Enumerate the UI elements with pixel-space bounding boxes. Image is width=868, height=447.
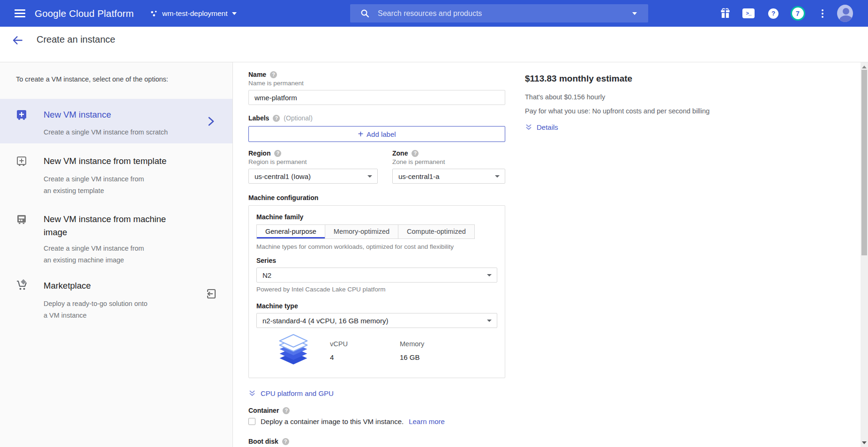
chevron-down-icon	[487, 320, 492, 322]
machine-family-tabs: General-purpose Memory-optimized Compute…	[256, 224, 497, 239]
help-icon[interactable]: ?	[765, 0, 781, 27]
back-arrow-icon[interactable]	[11, 34, 24, 47]
chevron-down-icon	[495, 175, 500, 178]
create-options-panel: To create a VM instance, select one of t…	[0, 62, 233, 447]
series-caption: Powered by Intel Cascade Lake CPU platfo…	[256, 286, 497, 293]
option-title: Marketplace	[44, 279, 188, 292]
project-name: wm-test-deployment	[162, 9, 228, 18]
scrollbar-thumb[interactable]	[861, 70, 867, 255]
scroll-up-arrow[interactable]	[862, 66, 867, 68]
machine-configuration-title: Machine configuration	[248, 194, 505, 201]
option-title: New VM instance from template	[44, 155, 188, 168]
layers-icon	[273, 334, 314, 366]
page-title: Create an instance	[37, 34, 115, 45]
memory-summary: Memory 16 GB	[400, 334, 424, 361]
chevron-down-icon	[232, 12, 237, 15]
search-bar[interactable]	[350, 4, 648, 22]
container-label-row: Container ?	[248, 407, 505, 415]
chevron-down-icon	[367, 175, 372, 178]
boot-disk-label-row: Boot disk ?	[248, 438, 505, 446]
series-select[interactable]: N2	[256, 268, 497, 283]
series-label: Series	[256, 257, 497, 265]
notification-count: 7	[791, 6, 805, 21]
vcpu-summary: vCPU 4	[330, 334, 400, 361]
name-label-row: Name ?	[248, 71, 505, 79]
machine-summary: vCPU 4 Memory 16 GB	[256, 334, 497, 366]
gcp-logo[interactable]: Google Cloud Platform	[35, 0, 134, 27]
scroll-down-arrow[interactable]	[862, 441, 867, 444]
option-subtitle: Create a single VM instance from an exis…	[44, 173, 205, 197]
option-subtitle: Deploy a ready-to-go solution onto a VM …	[44, 298, 205, 321]
region-select[interactable]: us-central1 (Iowa)	[248, 169, 378, 184]
deploy-container-checkbox[interactable]	[248, 418, 255, 425]
name-input[interactable]	[248, 90, 505, 105]
top-app-bar: Google Cloud Platform wm-test-deployment…	[0, 0, 868, 27]
machine-configuration-box: Machine family General-purpose Memory-op…	[248, 205, 505, 378]
tab-compute-optimized[interactable]: Compute-optimized	[398, 224, 475, 239]
billing-info-text: Pay for what you use: No upfront costs a…	[525, 107, 750, 115]
machine-type-label: Machine type	[256, 302, 497, 310]
sidebar-item-marketplace[interactable]: Marketplace Deploy a ready-to-go solutio…	[0, 266, 232, 321]
labels-label-row: Labels ? (Optional)	[248, 114, 505, 122]
memory-value: 16 GB	[400, 353, 424, 361]
machine-family-caption: Machine types for common workloads, opti…	[256, 243, 497, 250]
learn-more-link[interactable]: Learn more	[409, 417, 445, 425]
machine-family-label: Machine family	[256, 213, 497, 221]
sidebar-item-new-vm-instance[interactable]: New VM instance Create a single VM insta…	[0, 99, 232, 143]
open-marketplace-icon[interactable]	[205, 288, 217, 302]
cpu-platform-gpu-link[interactable]: CPU platform and GPU	[248, 389, 334, 397]
container-text: Deploy a container image to this VM inst…	[261, 417, 404, 425]
search-input[interactable]	[378, 9, 632, 18]
option-title: New VM instance	[44, 108, 188, 121]
more-options-icon[interactable]	[815, 0, 831, 27]
container-checkbox-row: Deploy a container image to this VM inst…	[248, 417, 505, 425]
vertical-scrollbar[interactable]	[861, 62, 868, 447]
marketplace-cart-icon	[16, 279, 28, 293]
options-intro-text: To create a VM instance, select one of t…	[0, 62, 232, 83]
chevron-down-icon	[487, 274, 492, 276]
monthly-estimate-title: $113.83 monthly estimate	[525, 74, 750, 84]
notifications-badge[interactable]: 7	[790, 0, 806, 27]
zone-select[interactable]: us-central1-a	[392, 169, 505, 184]
free-trial-gift-icon[interactable]	[717, 0, 733, 27]
add-label-button[interactable]: + Add label	[248, 126, 505, 142]
zone-help-icon[interactable]: ?	[412, 150, 419, 157]
machine-image-icon	[16, 214, 27, 227]
region-field: Region? Region is permanent us-central1 …	[248, 149, 378, 184]
cost-estimate-panel: $113.83 monthly estimate That's about $0…	[525, 62, 750, 131]
optional-text: (Optional)	[284, 114, 312, 122]
sidebar-item-new-vm-from-machine-image[interactable]: New VM instance from machine image Creat…	[0, 197, 232, 266]
account-avatar[interactable]	[837, 0, 853, 27]
tab-memory-optimized[interactable]: Memory-optimized	[325, 224, 398, 239]
chevron-right-icon	[206, 116, 216, 129]
sidebar-item-new-vm-from-template[interactable]: New VM instance from template Create a s…	[0, 143, 232, 197]
vcpu-value: 4	[330, 353, 400, 361]
menu-icon[interactable]	[15, 9, 25, 17]
option-subtitle: Create a single VM instance from scratch	[44, 127, 205, 138]
container-help-icon[interactable]: ?	[283, 407, 290, 414]
cloud-shell-icon[interactable]: >_	[741, 0, 756, 27]
expand-more-icon	[248, 389, 256, 397]
labels-help-icon[interactable]: ?	[273, 115, 280, 122]
option-subtitle: Create a single VM instance from an exis…	[44, 243, 205, 266]
estimate-details-link[interactable]: Details	[525, 123, 558, 131]
search-icon	[360, 9, 369, 18]
plus-icon: +	[358, 129, 363, 139]
vm-add-icon	[16, 109, 27, 122]
expand-more-icon	[525, 123, 532, 131]
project-selector[interactable]: wm-test-deployment	[150, 0, 237, 27]
zone-field: Zone? Zone is permanent us-central1-a	[392, 149, 505, 184]
page-title-bar: Create an instance	[0, 27, 868, 62]
name-help-icon[interactable]: ?	[270, 71, 277, 78]
machine-type-select[interactable]: n2-standard-4 (4 vCPU, 16 GB memory)	[256, 313, 497, 328]
region-help-icon[interactable]: ?	[274, 150, 281, 157]
name-hint: Name is permanent	[248, 80, 505, 87]
boot-disk-help-icon[interactable]: ?	[282, 438, 289, 445]
tab-general-purpose[interactable]: General-purpose	[256, 224, 325, 239]
option-title: New VM instance from machine image	[44, 213, 188, 239]
instance-form: Name ? Name is permanent Labels ? (Optio…	[248, 62, 505, 446]
hourly-estimate-text: That's about $0.156 hourly	[525, 93, 750, 101]
project-icon	[150, 10, 158, 17]
vm-template-icon	[16, 156, 27, 169]
search-dropdown-icon[interactable]	[632, 12, 637, 15]
